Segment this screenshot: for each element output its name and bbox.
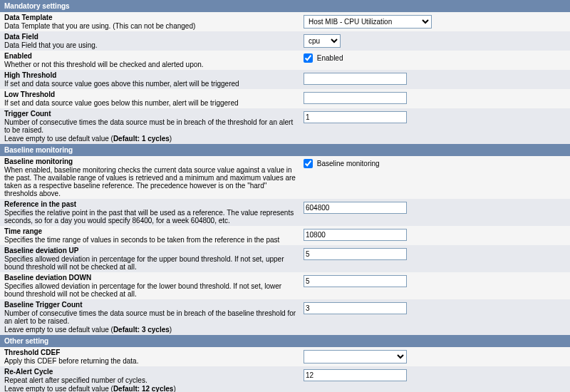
label-data-template: Data Template [4, 14, 298, 21]
row-enabled: Enabled Whether or not this threshold wi… [0, 51, 570, 70]
label-baseline-trigger: Baseline Trigger Count [4, 301, 298, 309]
row-time-range: Time range Specifies the time range of v… [0, 226, 570, 245]
label-reference-past: Reference in the past [4, 200, 298, 208]
desc-baseline-monitoring: When enabled, baseline monitoring checks… [4, 166, 298, 197]
desc2-trigger-count: Leave empty to use default value (Defaul… [4, 135, 298, 143]
row-realert-cycle: Re-Alert Cycle Repeat alert after specif… [0, 366, 570, 392]
input-time-range[interactable] [304, 229, 407, 241]
label-threshold-cdef: Threshold CDEF [4, 349, 298, 356]
checkbox-enabled[interactable] [304, 53, 313, 63]
section-header-mandatory: Mandatory settings [0, 0, 570, 12]
label-time-range: Time range [4, 227, 298, 235]
row-high-threshold: High Threshold If set and data source va… [0, 70, 570, 89]
desc-low-threshold: If set and data source value goes below … [4, 99, 298, 107]
desc-data-template: Data Template that you are using. (This … [4, 22, 298, 30]
label-data-field: Data Field [4, 33, 298, 41]
section-header-other: Other setting [0, 335, 570, 347]
checkbox-label-baseline: Baseline monitoring [317, 160, 380, 167]
input-trigger-count[interactable] [304, 111, 407, 123]
row-low-threshold: Low Threshold If set and data source val… [0, 89, 570, 108]
desc-deviation-up: Specifies allowed deviation in percentag… [4, 255, 298, 271]
row-reference-past: Reference in the past Specifies the rela… [0, 199, 570, 226]
label-enabled: Enabled [4, 52, 298, 60]
desc-time-range: Specifies the time range of values in se… [4, 236, 298, 244]
desc-trigger-count: Number of consecutive times the data sou… [4, 118, 298, 134]
label-deviation-up: Baseline deviation UP [4, 247, 298, 254]
input-deviation-down[interactable] [304, 275, 407, 287]
desc-threshold-cdef: Apply this CDEF before returning the dat… [4, 357, 298, 365]
row-deviation-down: Baseline deviation DOWN Specifies allowe… [0, 272, 570, 299]
desc2-baseline-trigger: Leave empty to use default value (Defaul… [4, 326, 298, 334]
label-realert-cycle: Re-Alert Cycle [4, 368, 298, 376]
input-high-threshold[interactable] [304, 73, 407, 85]
checkbox-baseline-monitoring[interactable] [304, 159, 313, 168]
input-deviation-up[interactable] [304, 248, 407, 260]
desc-realert-cycle: Repeat alert after specified number of c… [4, 376, 298, 384]
desc-enabled: Whether or not this threshold will be ch… [4, 61, 298, 68]
input-baseline-trigger[interactable] [304, 302, 407, 314]
row-threshold-cdef: Threshold CDEF Apply this CDEF before re… [0, 347, 570, 366]
row-baseline-monitoring: Baseline monitoring When enabled, baseli… [0, 156, 570, 199]
label-baseline-monitoring: Baseline monitoring [4, 158, 298, 165]
row-deviation-up: Baseline deviation UP Specifies allowed … [0, 245, 570, 272]
select-data-template[interactable]: Host MIB - CPU Utilization [304, 15, 432, 29]
select-threshold-cdef[interactable] [304, 350, 407, 363]
label-trigger-count: Trigger Count [4, 110, 298, 118]
checkbox-label-enabled: Enabled [317, 54, 343, 62]
desc-deviation-down: Specifies allowed deviation in percentag… [4, 282, 298, 298]
row-trigger-count: Trigger Count Number of consecutive time… [0, 108, 570, 144]
desc2-realert-cycle: Leave empty to use default value (Defaul… [4, 385, 298, 392]
label-low-threshold: Low Threshold [4, 91, 298, 98]
row-data-field: Data Field Data Field that you are using… [0, 31, 570, 51]
desc-baseline-trigger: Number of consecutive times the data sou… [4, 309, 298, 325]
input-low-threshold[interactable] [304, 92, 407, 104]
section-header-baseline: Baseline monitoring [0, 144, 570, 156]
desc-reference-past: Specifies the relative point in the past… [4, 209, 298, 225]
row-data-template: Data Template Data Template that you are… [0, 12, 570, 31]
desc-data-field: Data Field that you are using. [4, 41, 298, 49]
select-data-field[interactable]: cpu [304, 34, 341, 48]
label-high-threshold: High Threshold [4, 71, 298, 79]
label-deviation-down: Baseline deviation DOWN [4, 274, 298, 282]
input-realert-cycle[interactable] [304, 369, 407, 381]
desc-high-threshold: If set and data source value goes above … [4, 80, 298, 88]
row-baseline-trigger: Baseline Trigger Count Number of consecu… [0, 299, 570, 335]
input-reference-past[interactable] [304, 202, 407, 214]
